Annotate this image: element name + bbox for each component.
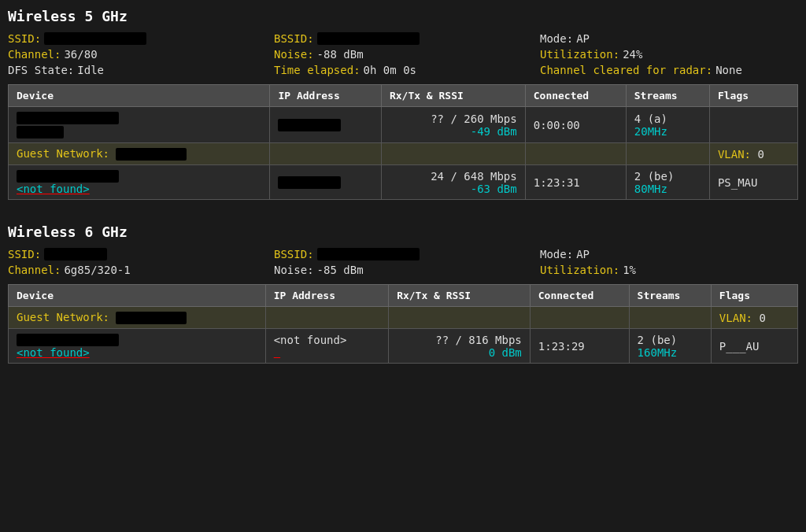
- device-cell-2: <not found>: [9, 165, 270, 200]
- 6g-bssid-item: BSSID:: [274, 248, 532, 260]
- ssid-value-redacted: [44, 32, 146, 45]
- 6g-utilization-label: Utilization:: [540, 264, 619, 276]
- 6g-channel-label: Channel:: [8, 264, 61, 276]
- dfs-value: Idle: [77, 64, 104, 76]
- radar-value: None: [715, 64, 742, 76]
- mhz-value: 20MHz: [634, 125, 701, 138]
- 6g-mode-value: AP: [576, 248, 590, 260]
- utilization-item: Utilization: 24%: [540, 48, 798, 61]
- noise-label: Noise:: [274, 48, 314, 61]
- 6g-guest-label: Guest Network:: [17, 311, 109, 323]
- 6g-bssid-label: BSSID:: [274, 248, 314, 260]
- 6g-ip-cell: <not found>: [265, 329, 388, 364]
- flags-cell: [709, 107, 797, 143]
- not-found-label: <not found>: [17, 183, 261, 195]
- vlan-value: 0: [758, 148, 764, 161]
- ip-redacted: [278, 119, 341, 131]
- col-connected: Connected: [525, 85, 626, 107]
- 6g-not-found-label: <not found>: [17, 346, 257, 359]
- 6g-table-row: <not found> <not found> ?? / 816 Mbps 0 …: [9, 329, 798, 364]
- guest-label-cell: Guest Network:: [9, 143, 270, 165]
- guest-name-redacted: [116, 148, 187, 161]
- flags-cell-2: PS_MAU: [709, 165, 797, 200]
- 6g-utilization-item: Utilization: 1%: [540, 264, 798, 276]
- 6g-mode-label: Mode:: [540, 248, 573, 260]
- bssid-value-redacted: [317, 32, 420, 45]
- 6g-channel-value: 6g85/320-1: [64, 264, 130, 276]
- 6g-ssid-item: SSID:: [8, 248, 266, 260]
- table-row: <not found> 24 / 648 Mbps -63 dBm 1:23:3…: [9, 165, 798, 200]
- wireless-5ghz-info: SSID: BSSID: Mode: AP Channel: 36/80 Noi…: [8, 32, 798, 76]
- 6g-utilization-value: 1%: [623, 264, 636, 276]
- time-label: Time elapsed:: [274, 64, 360, 76]
- channel-value: 36/80: [64, 48, 97, 61]
- 6g-vlan-value: 0: [759, 312, 765, 324]
- 6g-col-connected: Connected: [530, 285, 629, 307]
- ip-cell: [270, 107, 381, 143]
- guest-streams-cell: [626, 143, 709, 165]
- connected-cell: 0:00:00: [525, 107, 626, 143]
- utilization-label: Utilization:: [540, 48, 619, 61]
- 6g-col-ip: IP Address: [265, 285, 388, 307]
- 6g-guest-vlan-cell: VLAN: 0: [711, 307, 797, 329]
- 6g-channel-item: Channel: 6g85/320-1: [8, 264, 266, 276]
- ssid-label: SSID:: [8, 32, 41, 45]
- 6g-flags-cell: P___AU: [711, 329, 797, 364]
- channel-label: Channel:: [8, 48, 61, 61]
- streams-value: 4 (a): [634, 113, 701, 125]
- 6g-bssid-redacted: [317, 248, 420, 260]
- wireless-6ghz-info: SSID: BSSID: Mode: AP Channel: 6g85/320-…: [8, 248, 798, 276]
- 6g-mode-item: Mode: AP: [540, 248, 798, 260]
- 6g-col-streams: Streams: [629, 285, 711, 307]
- 6g-guest-connected-cell: [530, 307, 629, 329]
- 6g-streams-cell: 2 (be) 160MHz: [629, 329, 711, 364]
- streams-cell: 4 (a) 20MHz: [626, 107, 709, 143]
- 6g-connected-cell: 1:23:29: [530, 329, 629, 364]
- 6g-ip-not-found: <not found>: [274, 334, 380, 346]
- mode-item: Mode: AP: [540, 32, 798, 45]
- vlan-label: VLAN:: [718, 148, 751, 161]
- 6g-streams-value: 2 (be): [638, 334, 703, 346]
- ip-redacted-2: [278, 176, 341, 189]
- 6g-guest-rxtx-cell: [389, 307, 531, 329]
- mode-label: Mode:: [540, 32, 573, 45]
- table-row-guest: Guest Network: VLAN: 0: [9, 143, 798, 165]
- col-rxtx: Rx/Tx & RSSI: [381, 85, 525, 107]
- guest-rxtx-cell: [381, 143, 525, 165]
- 6g-rxtx-value: ?? / 816 Mbps: [397, 334, 522, 346]
- ssid-item: SSID:: [8, 32, 266, 45]
- 6g-device-cell: <not found>: [9, 329, 266, 364]
- 6g-guest-streams-cell: [629, 307, 711, 329]
- 6g-noise-item: Noise: -85 dBm: [274, 264, 532, 276]
- noise-item: Noise: -88 dBm: [274, 48, 532, 61]
- wireless-6ghz-table: Device IP Address Rx/Tx & RSSI Connected…: [8, 284, 798, 364]
- 6g-ssid-label: SSID:: [8, 248, 41, 260]
- 6g-guest-name-redacted: [116, 312, 187, 324]
- 6g-rssi-value: 0 dBm: [397, 346, 522, 359]
- 6g-guest-label-cell: Guest Network:: [9, 307, 266, 329]
- 6g-ssid-redacted: [44, 248, 107, 260]
- col-device: Device: [9, 85, 270, 107]
- 6g-guest-ip-cell: [265, 307, 388, 329]
- 6g-noise-value: -85 dBm: [317, 264, 364, 276]
- radar-label: Channel cleared for radar:: [540, 64, 712, 76]
- table-header-row: Device IP Address Rx/Tx & RSSI Connected…: [9, 85, 798, 107]
- 6g-noise-label: Noise:: [274, 264, 314, 276]
- ip-cell-2: [270, 165, 381, 200]
- wireless-5ghz-section: Wireless 5 GHz SSID: BSSID: Mode: AP Cha…: [8, 8, 798, 200]
- channel-item: Channel: 36/80: [8, 48, 266, 61]
- device-redacted: [17, 112, 119, 124]
- utilization-value: 24%: [623, 48, 642, 61]
- guest-label: Guest Network:: [17, 147, 109, 160]
- streams-cell-2: 2 (be) 80MHz: [626, 165, 709, 200]
- radar-item: Channel cleared for radar: None: [540, 64, 798, 76]
- wireless-5ghz-table: Device IP Address Rx/Tx & RSSI Connected…: [8, 84, 798, 200]
- col-streams: Streams: [626, 85, 709, 107]
- device-cell: [9, 107, 270, 143]
- col-flags: Flags: [709, 85, 797, 107]
- 6g-col-device: Device: [9, 285, 266, 307]
- 6g-device-redacted: [17, 334, 119, 346]
- 6g-vlan-label: VLAN:: [719, 312, 752, 324]
- guest-ip-cell: [270, 143, 381, 165]
- time-item: Time elapsed: 0h 0m 0s: [274, 64, 532, 76]
